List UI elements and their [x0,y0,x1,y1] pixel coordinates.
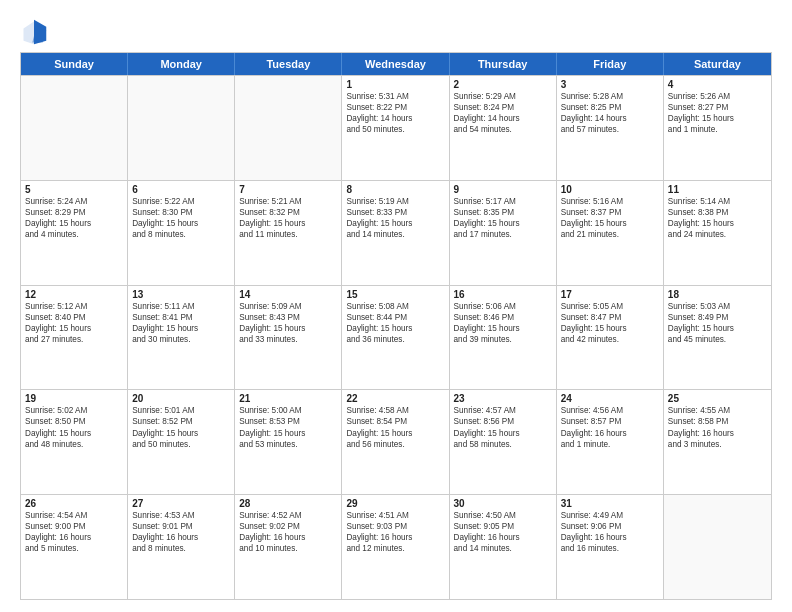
cell-line: Daylight: 15 hours [25,218,123,229]
cell-line: and 56 minutes. [346,439,444,450]
cell-line: Sunrise: 5:14 AM [668,196,767,207]
cell-line: Daylight: 15 hours [454,218,552,229]
cell-line: Sunset: 8:50 PM [25,416,123,427]
cell-line: Daylight: 16 hours [668,428,767,439]
cell-line: Sunset: 8:29 PM [25,207,123,218]
cell-line: Sunrise: 4:57 AM [454,405,552,416]
calendar-cell-30: 30Sunrise: 4:50 AMSunset: 9:05 PMDayligh… [450,495,557,599]
calendar-cell-empty-0-2 [235,76,342,180]
cell-line: and 14 minutes. [454,543,552,554]
calendar-cell-17: 17Sunrise: 5:05 AMSunset: 8:47 PMDayligh… [557,286,664,390]
day-number: 10 [561,184,659,195]
calendar-row-0: 1Sunrise: 5:31 AMSunset: 8:22 PMDaylight… [21,75,771,180]
calendar-cell-6: 6Sunrise: 5:22 AMSunset: 8:30 PMDaylight… [128,181,235,285]
cell-line: Sunrise: 5:09 AM [239,301,337,312]
cell-line: Sunset: 8:58 PM [668,416,767,427]
cell-line: Sunrise: 4:49 AM [561,510,659,521]
cell-line: Sunrise: 5:01 AM [132,405,230,416]
calendar-cell-empty-0-1 [128,76,235,180]
calendar-header: SundayMondayTuesdayWednesdayThursdayFrid… [21,53,771,75]
day-number: 9 [454,184,552,195]
cell-line: Daylight: 16 hours [239,532,337,543]
cell-line: Daylight: 15 hours [132,323,230,334]
cell-line: Daylight: 15 hours [346,218,444,229]
cell-line: Daylight: 16 hours [132,532,230,543]
day-number: 27 [132,498,230,509]
cell-line: and 8 minutes. [132,229,230,240]
day-number: 11 [668,184,767,195]
cell-line: and 30 minutes. [132,334,230,345]
cell-line: Sunrise: 5:03 AM [668,301,767,312]
header-day-saturday: Saturday [664,53,771,75]
day-number: 26 [25,498,123,509]
cell-line: Sunset: 8:38 PM [668,207,767,218]
calendar-cell-5: 5Sunrise: 5:24 AMSunset: 8:29 PMDaylight… [21,181,128,285]
cell-line: Sunset: 9:00 PM [25,521,123,532]
cell-line: and 54 minutes. [454,124,552,135]
cell-line: Sunrise: 4:52 AM [239,510,337,521]
day-number: 7 [239,184,337,195]
header-day-tuesday: Tuesday [235,53,342,75]
calendar-row-4: 26Sunrise: 4:54 AMSunset: 9:00 PMDayligh… [21,494,771,599]
cell-line: Sunset: 8:30 PM [132,207,230,218]
cell-line: Sunrise: 5:12 AM [25,301,123,312]
cell-line: Sunrise: 5:24 AM [25,196,123,207]
cell-line: Sunrise: 5:16 AM [561,196,659,207]
calendar-cell-9: 9Sunrise: 5:17 AMSunset: 8:35 PMDaylight… [450,181,557,285]
calendar-cell-31: 31Sunrise: 4:49 AMSunset: 9:06 PMDayligh… [557,495,664,599]
day-number: 28 [239,498,337,509]
day-number: 22 [346,393,444,404]
cell-line: Sunset: 8:24 PM [454,102,552,113]
cell-line: Sunrise: 4:55 AM [668,405,767,416]
calendar-cell-4: 4Sunrise: 5:26 AMSunset: 8:27 PMDaylight… [664,76,771,180]
calendar-cell-empty-0-0 [21,76,128,180]
cell-line: and 42 minutes. [561,334,659,345]
day-number: 14 [239,289,337,300]
cell-line: Sunrise: 4:56 AM [561,405,659,416]
cell-line: Daylight: 15 hours [454,323,552,334]
cell-line: and 17 minutes. [454,229,552,240]
calendar-cell-16: 16Sunrise: 5:06 AMSunset: 8:46 PMDayligh… [450,286,557,390]
cell-line: Daylight: 16 hours [454,532,552,543]
cell-line: Daylight: 15 hours [239,218,337,229]
day-number: 21 [239,393,337,404]
day-number: 29 [346,498,444,509]
cell-line: and 24 minutes. [668,229,767,240]
day-number: 16 [454,289,552,300]
cell-line: Daylight: 15 hours [454,428,552,439]
day-number: 30 [454,498,552,509]
calendar-cell-13: 13Sunrise: 5:11 AMSunset: 8:41 PMDayligh… [128,286,235,390]
cell-line: and 12 minutes. [346,543,444,554]
day-number: 3 [561,79,659,90]
cell-line: Daylight: 15 hours [25,428,123,439]
cell-line: Sunrise: 5:02 AM [25,405,123,416]
cell-line: Sunrise: 5:26 AM [668,91,767,102]
day-number: 15 [346,289,444,300]
cell-line: Sunrise: 4:51 AM [346,510,444,521]
calendar-cell-26: 26Sunrise: 4:54 AMSunset: 9:00 PMDayligh… [21,495,128,599]
calendar-cell-18: 18Sunrise: 5:03 AMSunset: 8:49 PMDayligh… [664,286,771,390]
cell-line: Daylight: 15 hours [132,428,230,439]
cell-line: Sunrise: 4:53 AM [132,510,230,521]
cell-line: Daylight: 16 hours [346,532,444,543]
calendar-cell-2: 2Sunrise: 5:29 AMSunset: 8:24 PMDaylight… [450,76,557,180]
cell-line: and 10 minutes. [239,543,337,554]
cell-line: and 48 minutes. [25,439,123,450]
cell-line: Daylight: 15 hours [132,218,230,229]
cell-line: Daylight: 15 hours [668,113,767,124]
day-number: 2 [454,79,552,90]
cell-line: Daylight: 15 hours [239,323,337,334]
calendar-cell-12: 12Sunrise: 5:12 AMSunset: 8:40 PMDayligh… [21,286,128,390]
header-day-sunday: Sunday [21,53,128,75]
cell-line: Daylight: 14 hours [346,113,444,124]
cell-line: Daylight: 15 hours [561,218,659,229]
header-day-friday: Friday [557,53,664,75]
calendar-cell-22: 22Sunrise: 4:58 AMSunset: 8:54 PMDayligh… [342,390,449,494]
cell-line: and 33 minutes. [239,334,337,345]
day-number: 12 [25,289,123,300]
cell-line: and 1 minute. [668,124,767,135]
cell-line: and 14 minutes. [346,229,444,240]
cell-line: Sunrise: 5:29 AM [454,91,552,102]
cell-line: Sunset: 8:53 PM [239,416,337,427]
day-number: 31 [561,498,659,509]
